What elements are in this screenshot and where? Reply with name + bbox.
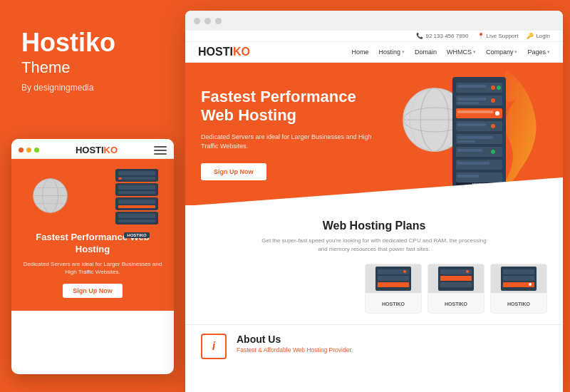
plans-heading: Web Hosting Plans (201, 220, 547, 232)
phone-info: 📞 92 133 456 7890 (416, 33, 468, 39)
plan-card-3-label: HOSTIKO (491, 293, 546, 311)
svg-rect-29 (457, 149, 482, 152)
hero-heading: Fastest Performance Web Hosting (201, 88, 386, 125)
mobile-preview-card: HOSTIKO (11, 139, 174, 374)
hero-desc: Dedicated Servers are ideal for Larger B… (201, 133, 386, 152)
svg-rect-40 (378, 276, 409, 281)
globe-icon (31, 176, 70, 215)
mobile-logo: HOSTIKO (76, 145, 118, 155)
plans-section: Web Hosting Plans Get the super-fast spe… (185, 205, 563, 324)
plan-card-1-label: HOSTIKO (366, 293, 421, 311)
plan-card-3: HOSTIKO (490, 264, 547, 314)
chevron-down-icon-2: ▾ (473, 49, 476, 55)
mobile-hero-section: HOSTIKO Fastest Performance Web Hosting … (11, 159, 174, 311)
svg-rect-50 (503, 276, 534, 281)
hamburger-line-3 (154, 153, 167, 155)
svg-rect-32 (457, 162, 489, 165)
site-header: HOSTIKO Home Hosting ▾ Domain WHMCS ▾ Co… (185, 42, 563, 63)
plan-card-1: HOSTIKO (365, 264, 422, 314)
login-info: 🔑 Login (527, 33, 550, 39)
mobile-signup-button[interactable]: Sign Up Now (63, 284, 123, 298)
svg-rect-46 (440, 276, 472, 281)
site-topbar: 📞 92 133 456 7890 📍 Live Support 🔑 Login (185, 31, 563, 42)
brand-title: Hostiko (21, 29, 164, 57)
plan-card-2: HOSTIKO (428, 264, 484, 314)
nav-whmcs[interactable]: WHMCS ▾ (447, 48, 476, 56)
mobile-logo-highlight: KO (104, 145, 118, 155)
svg-point-30 (491, 150, 495, 154)
hero-server-rack: HOSTIKO (449, 70, 542, 191)
about-section: i About Us Fastest & Affordable Web Host… (185, 324, 563, 368)
server-stack-mobile: HOSTIKO (115, 169, 158, 222)
svg-rect-42 (378, 282, 409, 287)
dot-red (19, 148, 24, 153)
site-logo-highlight: KO (233, 46, 250, 58)
hamburger-icon[interactable] (154, 146, 167, 155)
hero-heading-line2: Web Hosting (201, 106, 296, 124)
login-icon: 🔑 (527, 33, 534, 39)
svg-point-45 (466, 270, 469, 273)
plan-card-3-text: HOSTIKO (507, 301, 530, 306)
svg-point-14 (497, 86, 501, 90)
svg-rect-23 (457, 123, 486, 126)
brand-by: By designingmedia (21, 83, 164, 93)
svg-point-24 (491, 124, 495, 128)
plan-card-1-image (366, 264, 421, 293)
site-nav: Home Hosting ▾ Domain WHMCS ▾ Company ▾ … (351, 48, 550, 56)
svg-point-13 (491, 86, 495, 90)
hamburger-line-2 (154, 150, 167, 151)
nav-company[interactable]: Company ▾ (486, 48, 518, 56)
chevron-down-icon: ▾ (402, 49, 405, 55)
hero-text: Fastest Performance Web Hosting Dedicate… (201, 88, 386, 180)
about-desc: Fastest & Affordable Web Hosting Provide… (237, 346, 353, 354)
chevron-down-icon-3: ▾ (514, 49, 517, 55)
chevron-down-icon-4: ▾ (547, 49, 550, 55)
svg-rect-16 (457, 98, 486, 100)
about-icon-box: i (201, 334, 227, 359)
hero-diagonal (185, 177, 563, 205)
mobile-topbar: HOSTIKO (11, 139, 174, 159)
traffic-lights (19, 148, 39, 153)
svg-rect-26 (457, 136, 493, 139)
svg-point-18 (491, 98, 495, 103)
plan-card-3-image (491, 264, 546, 293)
svg-rect-20 (457, 110, 493, 113)
browser-topbar (185, 11, 563, 31)
browser-dot-2 (204, 18, 211, 24)
live-support-label: Live Support (487, 33, 519, 39)
about-text: About Us Fastest & Affordable Web Hostin… (237, 334, 353, 354)
dot-green (34, 148, 39, 153)
plan-card-2-image (428, 264, 484, 293)
phone-icon: 📞 (416, 33, 423, 39)
plans-cards: HOSTIKO HOSTIKO (201, 264, 547, 314)
left-panel: Hostiko Theme By designingmedia HOSTIKO (0, 0, 185, 392)
dot-yellow (26, 148, 31, 153)
browser-dot-1 (194, 18, 200, 24)
nav-hosting[interactable]: Hosting ▾ (378, 48, 405, 56)
nav-pages[interactable]: Pages ▾ (527, 48, 550, 56)
site-hero: Fastest Performance Web Hosting Dedicate… (185, 63, 563, 205)
svg-point-52 (529, 283, 532, 286)
mobile-hero-image: HOSTIKO (20, 169, 165, 226)
svg-rect-17 (457, 102, 479, 104)
plan-card-2-label: HOSTIKO (428, 293, 484, 311)
about-heading: About Us (237, 334, 353, 345)
phone-number: 92 133 456 7890 (425, 33, 468, 39)
svg-rect-10 (452, 77, 506, 187)
mobile-hero-desc: Dedicated Servers are ideal for Larger B… (20, 260, 165, 276)
plan-card-1-text: HOSTIKO (382, 301, 405, 306)
svg-rect-27 (457, 140, 475, 143)
hamburger-line-1 (154, 146, 167, 148)
plans-desc: Get the super-fast speed you're looking … (260, 237, 488, 254)
svg-rect-47 (440, 282, 472, 287)
nav-home[interactable]: Home (351, 48, 368, 56)
location-icon: 📍 (477, 33, 484, 39)
nav-domain[interactable]: Domain (415, 48, 437, 56)
svg-rect-49 (503, 269, 534, 274)
site-logo: HOSTIKO (198, 46, 250, 58)
svg-marker-37 (185, 177, 563, 205)
svg-point-41 (403, 270, 406, 273)
login-label: Login (536, 33, 550, 39)
info-icon: i (212, 340, 215, 353)
brand-block: Hostiko Theme By designingmedia (21, 29, 164, 93)
